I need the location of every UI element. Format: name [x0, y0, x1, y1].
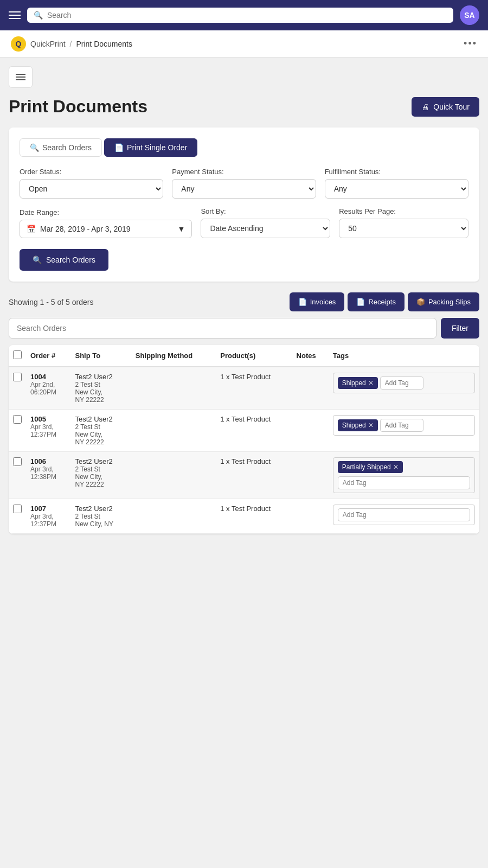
- dropdown-arrow-icon: ▼: [178, 225, 185, 233]
- packing-slips-button[interactable]: 📦 Packing Slips: [408, 292, 479, 311]
- invoice-icon: 📄: [298, 298, 307, 306]
- add-tag-input[interactable]: [380, 419, 423, 432]
- ship-to-address: 2 Test StNew City,NY 22222: [75, 465, 126, 488]
- fulfillment-status-select[interactable]: Any Fulfilled Unfulfilled Partial: [325, 179, 468, 199]
- app-logo: Q: [11, 36, 26, 52]
- notes-cell: [292, 452, 329, 499]
- more-options-icon[interactable]: •••: [464, 38, 477, 49]
- payment-status-label: Payment Status:: [172, 168, 316, 176]
- tags-cell: Shipped ✕: [329, 410, 479, 452]
- order-search-input[interactable]: [9, 318, 436, 339]
- products-cell: 1 x Test Product: [216, 499, 292, 534]
- order-date: Apr 3rd,12:38PM: [30, 465, 66, 481]
- shipping-method-cell: [131, 499, 216, 534]
- fulfillment-status-filter: Fulfillment Status: Any Fulfilled Unfulf…: [325, 168, 468, 199]
- results-section: Showing 1 - 5 of 5 orders 📄 Invoices 📄 R…: [9, 292, 479, 534]
- products-cell: 1 x Test Product: [216, 410, 292, 452]
- breadcrumb-bar: Q QuickPrint / Print Documents •••: [0, 30, 488, 58]
- row-checkbox[interactable]: [13, 505, 22, 513]
- order-status-label: Order Status:: [20, 168, 163, 176]
- ship-to-address: 2 Test StNew City, NY: [75, 513, 126, 528]
- col-order-num: Order #: [26, 345, 70, 367]
- search-orders-button[interactable]: 🔍 Search Orders: [20, 249, 108, 271]
- add-tag-input[interactable]: [380, 376, 423, 390]
- date-range-picker[interactable]: 📅 Mar 28, 2019 - Apr 3, 2019 ▼: [20, 220, 192, 238]
- order-date: Apr 3rd,12:37PM: [30, 423, 66, 438]
- order-number: 1005: [30, 415, 66, 423]
- table-header: Order # Ship To Shipping Method Product(…: [9, 345, 479, 367]
- filter-row-1: Order Status: Open Closed Cancelled Paym…: [20, 168, 468, 199]
- receipts-button[interactable]: 📄 Receipts: [348, 292, 404, 311]
- results-per-page-select[interactable]: 10 25 50 100: [339, 219, 468, 238]
- tag-partially-shipped: Partially Shipped ✕: [338, 461, 403, 473]
- breadcrumb-app-name[interactable]: QuickPrint: [30, 40, 66, 48]
- row-checkbox[interactable]: [13, 457, 22, 466]
- quick-tour-button[interactable]: 🖨 Quick Tour: [412, 97, 479, 117]
- sort-by-select[interactable]: Date Ascending Date Descending Order # A…: [201, 219, 330, 238]
- order-search-row: Filter: [9, 318, 479, 339]
- order-status-select[interactable]: Open Closed Cancelled: [20, 179, 163, 199]
- sidebar-toggle-button[interactable]: [9, 66, 33, 88]
- tags-row: Partially Shipped ✕: [338, 461, 470, 473]
- table-body: 1004 Apr 2nd,06:20PM Test2 User2 2 Test …: [9, 367, 479, 534]
- ship-to-name: Test2 User2: [75, 457, 126, 465]
- tag-shipped: Shipped ✕: [338, 377, 378, 389]
- date-range-filter: Date Range: 📅 Mar 28, 2019 - Apr 3, 2019…: [20, 208, 192, 238]
- ship-to-name: Test2 User2: [75, 373, 126, 381]
- breadcrumb-current: Print Documents: [76, 40, 132, 48]
- products-cell: 1 x Test Product: [216, 452, 292, 499]
- page-title: Print Documents: [9, 97, 147, 117]
- breadcrumb: Q QuickPrint / Print Documents: [11, 36, 132, 52]
- global-search-bar[interactable]: 🔍: [27, 8, 453, 23]
- content-area: Print Documents 🖨 Quick Tour 🔍 Search Or…: [0, 58, 488, 542]
- tags-cell: Shipped ✕: [329, 367, 479, 410]
- table-row: 1006 Apr 3rd,12:38PM Test2 User2 2 Test …: [9, 452, 479, 499]
- add-tag-input[interactable]: [338, 476, 470, 489]
- results-per-page-filter: Results Per Page: 10 25 50 100: [339, 207, 468, 238]
- ship-to-name: Test2 User2: [75, 415, 126, 423]
- search-icon: 🔍: [34, 11, 43, 20]
- add-tag-input[interactable]: [338, 508, 470, 521]
- products-cell: 1 x Test Product: [216, 367, 292, 410]
- receipt-icon: 📄: [356, 298, 365, 306]
- tag-area: Partially Shipped ✕: [333, 457, 475, 493]
- row-checkbox[interactable]: [13, 415, 22, 424]
- orders-table-container: Order # Ship To Shipping Method Product(…: [9, 345, 479, 534]
- col-ship-to: Ship To: [70, 345, 131, 367]
- tag-shipped: Shipped ✕: [338, 419, 378, 431]
- order-date: Apr 2nd,06:20PM: [30, 381, 66, 396]
- global-search-input[interactable]: [47, 11, 447, 20]
- select-all-checkbox[interactable]: [13, 350, 22, 359]
- results-header: Showing 1 - 5 of 5 orders 📄 Invoices 📄 R…: [9, 292, 479, 311]
- filter-button[interactable]: Filter: [441, 318, 479, 339]
- row-checkbox[interactable]: [13, 373, 22, 381]
- table-row: 1005 Apr 3rd,12:37PM Test2 User2 2 Test …: [9, 410, 479, 452]
- tag-remove-icon[interactable]: ✕: [393, 463, 399, 471]
- tab-print-single-order[interactable]: 📄 Print Single Order: [104, 138, 197, 157]
- tag-area: Shipped ✕: [333, 415, 475, 436]
- avatar[interactable]: SA: [460, 5, 479, 25]
- breadcrumb-separator: /: [70, 40, 72, 48]
- col-products: Product(s): [216, 345, 292, 367]
- order-status-filter: Order Status: Open Closed Cancelled: [20, 168, 163, 199]
- print-tab-icon: 📄: [114, 143, 124, 152]
- table-row: 1004 Apr 2nd,06:20PM Test2 User2 2 Test …: [9, 367, 479, 410]
- sort-by-filter: Sort By: Date Ascending Date Descending …: [201, 207, 330, 238]
- order-number: 1007: [30, 505, 66, 513]
- invoices-button[interactable]: 📄 Invoices: [290, 292, 345, 311]
- tab-bar: 🔍 Search Orders 📄 Print Single Order: [20, 138, 468, 157]
- tab-search-orders[interactable]: 🔍 Search Orders: [20, 138, 102, 157]
- date-range-label: Date Range:: [20, 208, 192, 216]
- payment-status-select[interactable]: Any Paid Unpaid Refunded: [172, 179, 316, 199]
- ship-to-address: 2 Test StNew City,NY 22222: [75, 381, 126, 404]
- tag-remove-icon[interactable]: ✕: [368, 379, 374, 387]
- notes-cell: [292, 367, 329, 410]
- tag-area: Shipped ✕: [333, 373, 475, 393]
- packing-slip-icon: 📦: [416, 298, 425, 306]
- hamburger-menu-icon[interactable]: [9, 11, 21, 19]
- filter-row-2: Date Range: 📅 Mar 28, 2019 - Apr 3, 2019…: [20, 207, 468, 238]
- action-buttons: 📄 Invoices 📄 Receipts 📦 Packing Slips: [290, 292, 479, 311]
- date-range-value: Mar 28, 2019 - Apr 3, 2019: [40, 225, 131, 233]
- tag-remove-icon[interactable]: ✕: [368, 422, 374, 429]
- shipping-method-cell: [131, 452, 216, 499]
